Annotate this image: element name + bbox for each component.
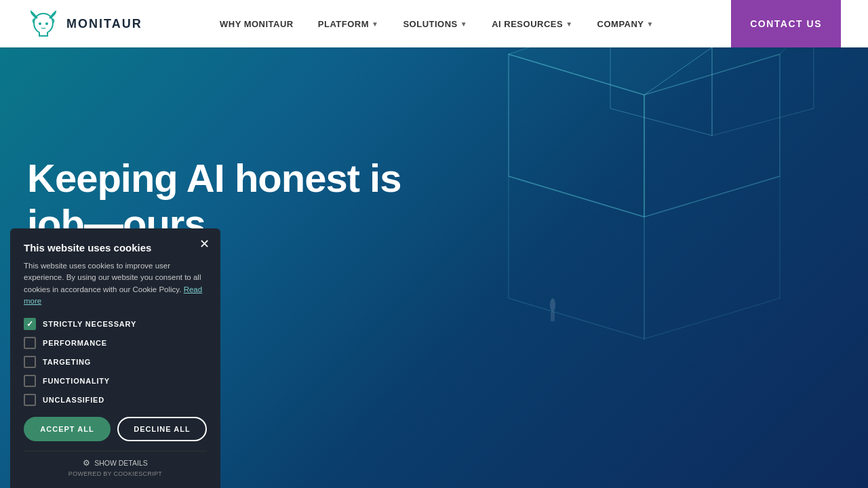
logo[interactable]: MONITAUR <box>27 7 142 40</box>
svg-marker-2 <box>509 176 644 339</box>
nav-platform[interactable]: PLATFORM ▼ <box>318 19 379 29</box>
logo-icon <box>27 7 60 40</box>
cookie-option-targeting[interactable]: TARGETING <box>24 356 207 368</box>
show-details-button[interactable]: ⚙ SHOW DETAILS <box>83 458 148 468</box>
accept-all-button[interactable]: ACCEPT ALL <box>24 417 111 441</box>
cookie-banner: ✕ This website uses cookies This website… <box>10 228 220 488</box>
logo-text: MONITAUR <box>66 17 142 31</box>
svg-point-8 <box>550 298 555 312</box>
company-chevron-icon: ▼ <box>647 20 654 28</box>
cookie-description: This website uses cookies to improve use… <box>24 260 207 307</box>
performance-checkbox[interactable] <box>24 337 36 349</box>
decline-all-button[interactable]: DECLINE ALL <box>117 417 207 441</box>
solutions-chevron-icon: ▼ <box>460 20 467 28</box>
nav-company[interactable]: COMPANY ▼ <box>597 19 654 29</box>
targeting-checkbox[interactable] <box>24 356 36 368</box>
cookie-option-performance[interactable]: PERFORMANCE <box>24 337 207 349</box>
unclassified-checkbox[interactable] <box>24 394 36 406</box>
nav-links: WHY MONITAUR PLATFORM ▼ SOLUTIONS ▼ AI R… <box>220 19 654 29</box>
nav-ai-resources[interactable]: AI RESOURCES ▼ <box>492 19 572 29</box>
ai-resources-chevron-icon: ▼ <box>566 20 572 28</box>
cookie-title: This website uses cookies <box>24 242 207 253</box>
navbar: MONITAUR WHY MONITAUR PLATFORM ▼ SOLUTIO… <box>0 0 868 47</box>
powered-by-label: POWERED BY COOKIESCRIPT <box>24 470 207 477</box>
cookie-action-buttons: ACCEPT ALL DECLINE ALL <box>24 417 207 441</box>
cookie-options: STRICTLY NECESSARY PERFORMANCE TARGETING… <box>24 318 207 406</box>
cookie-option-unclassified[interactable]: UNCLASSIFIED <box>24 394 207 406</box>
strictly-necessary-checkbox[interactable] <box>24 318 36 330</box>
svg-point-11 <box>45 22 48 25</box>
gear-icon: ⚙ <box>83 458 90 468</box>
functionality-checkbox[interactable] <box>24 375 36 387</box>
cookie-close-button[interactable]: ✕ <box>199 238 210 250</box>
svg-rect-9 <box>551 312 555 321</box>
nav-solutions[interactable]: SOLUTIONS ▼ <box>403 19 467 29</box>
contact-us-button[interactable]: CONTACT US <box>731 0 841 47</box>
svg-point-10 <box>39 22 41 25</box>
cookie-option-strictly-necessary[interactable]: STRICTLY NECESSARY <box>24 318 207 330</box>
nav-why-monitaur[interactable]: WHY MONITAUR <box>220 19 294 29</box>
cookie-option-functionality[interactable]: FUNCTIONALITY <box>24 375 207 387</box>
cookie-footer: ⚙ SHOW DETAILS <box>24 451 207 468</box>
svg-marker-3 <box>644 176 780 339</box>
platform-chevron-icon: ▼ <box>372 20 378 28</box>
